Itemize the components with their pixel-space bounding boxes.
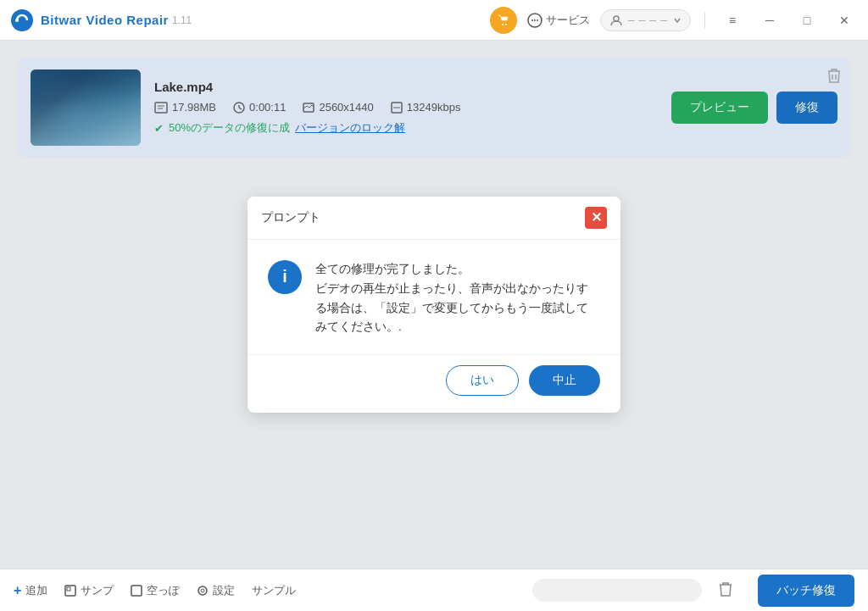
minimize-button[interactable]: ─ (756, 7, 783, 34)
cart-icon (497, 14, 510, 27)
trash-button[interactable] (719, 581, 732, 600)
service-button[interactable]: サービス (527, 13, 590, 28)
empty-label: 空っぽ (147, 583, 180, 598)
cancel-button[interactable]: 中止 (529, 365, 600, 396)
cart-button[interactable] (490, 7, 517, 34)
dialog-close-button[interactable]: ✕ (585, 207, 607, 229)
sample-label: サンプ (81, 583, 114, 598)
user-icon (609, 14, 623, 27)
svg-point-5 (537, 19, 538, 21)
user-display: ─ ─ ─ ─ (628, 15, 668, 25)
titlebar-actions: サービス ─ ─ ─ ─ ≡ ─ □ ✕ (490, 7, 858, 34)
add-icon: + (14, 583, 21, 598)
info-icon: i (268, 260, 302, 294)
service-label: サービス (546, 13, 590, 28)
trash-bottom-icon (719, 581, 732, 597)
divider (704, 12, 705, 29)
svg-point-0 (11, 9, 33, 31)
close-button[interactable]: ✕ (831, 7, 858, 34)
app-title: Bitwar Video Repair (41, 13, 169, 27)
search-input[interactable] (532, 579, 702, 602)
dialog-message-line3: る場合は、「設定」で変更してからもう一度試して (315, 299, 588, 319)
dialog-footer: はい 中止 (248, 354, 620, 413)
svg-point-1 (15, 19, 19, 22)
user-menu[interactable]: ─ ─ ─ ─ (600, 9, 691, 31)
dialog-header: プロンプト ✕ (248, 197, 620, 240)
main-content: Lake.mp4 17.98MB 0:00:11 (0, 41, 868, 569)
bottombar: + 追加 サンプ 空っぽ 設定 サンプル バッチ修復 (0, 569, 868, 611)
chevron-down-icon (673, 16, 682, 25)
svg-point-4 (534, 19, 536, 21)
svg-rect-19 (67, 587, 70, 591)
dialog-message-line2: ビデオの再生が止まったり、音声が出なかったりす (315, 280, 588, 299)
sample2-label: サンプル (252, 583, 296, 598)
svg-point-21 (198, 586, 207, 595)
svg-point-3 (531, 19, 533, 21)
empty-icon (131, 585, 142, 597)
prompt-dialog: プロンプト ✕ i 全ての修理が完了しました。 ビデオの再生が止まったり、音声が… (248, 197, 620, 414)
maximize-button[interactable]: □ (793, 7, 821, 34)
menu-button[interactable]: ≡ (719, 7, 746, 34)
dialog-message: 全ての修理が完了しました。 ビデオの再生が止まったり、音声が出なかったりす る場… (315, 260, 588, 338)
settings-button[interactable]: 設定 (197, 583, 235, 598)
yes-button[interactable]: はい (446, 365, 519, 396)
dialog-message-line4: みてください。. (315, 318, 588, 337)
settings-label: 設定 (213, 583, 235, 598)
sample2-text: サンプル (252, 583, 296, 598)
dialog-overlay: プロンプト ✕ i 全ての修理が完了しました。 ビデオの再生が止まったり、音声が… (0, 41, 868, 569)
batch-repair-button[interactable]: バッチ修復 (758, 575, 854, 607)
settings-icon (197, 585, 209, 597)
add-button[interactable]: + 追加 (14, 583, 47, 598)
sample-button[interactable]: サンプ (64, 583, 114, 598)
chat-icon (527, 13, 542, 28)
svg-point-22 (201, 589, 204, 592)
add-label: 追加 (25, 583, 47, 598)
svg-rect-20 (131, 586, 142, 596)
dialog-message-line1: 全ての修理が完了しました。 (315, 260, 588, 280)
dialog-body: i 全ての修理が完了しました。 ビデオの再生が止まったり、音声が出なかったりす … (248, 240, 620, 355)
app-version: 1.11 (172, 14, 192, 26)
svg-point-6 (614, 16, 619, 21)
sample-icon (64, 585, 76, 597)
app-logo (10, 8, 34, 32)
dialog-title: プロンプト (261, 210, 320, 225)
empty-button[interactable]: 空っぽ (131, 583, 180, 598)
titlebar: Bitwar Video Repair 1.11 サービス ─ ─ ─ ─ (0, 0, 868, 41)
